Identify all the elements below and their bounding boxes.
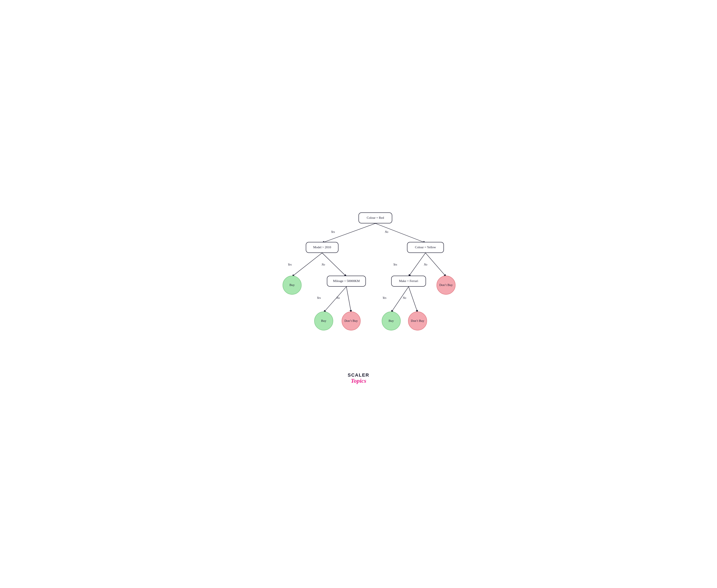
svg-line-2	[292, 253, 322, 276]
edge-label-left1-buy1: Yes	[288, 263, 292, 266]
edge-label-ferrari-dontbuy3: No	[403, 296, 406, 300]
decision-tree: YesNoYesNoYesNoYesNoYesNoColour = RedMod…	[264, 200, 453, 364]
edge-label-right1-ferrari: Yes	[393, 263, 397, 266]
svg-line-7	[347, 287, 351, 312]
node-ferrari: Make = Ferrari	[391, 276, 426, 287]
svg-line-5	[426, 253, 446, 276]
brand-logo: SCALER Topics	[348, 373, 369, 384]
svg-line-0	[322, 224, 375, 243]
svg-line-6	[324, 287, 347, 312]
edge-label-ferrari-buy3: Yes	[383, 296, 386, 300]
node-dontbuy2: Don’t Buy	[342, 312, 361, 331]
edge-label-left1-mid1: No	[322, 263, 325, 266]
node-buy2: Buy	[314, 312, 333, 331]
node-buy3: Buy	[382, 312, 401, 331]
edge-label-right1-dontbuy1: No	[424, 263, 427, 266]
node-root: Colour = Red	[358, 212, 392, 224]
node-dontbuy3: Don’t Buy	[408, 312, 427, 331]
edge-label-mid1-dontbuy2: No	[336, 296, 340, 300]
edge-label-root-left1: Yes	[331, 230, 335, 234]
node-right1: Colour = Yellow	[407, 242, 444, 253]
brand-topics-text: Topics	[348, 378, 369, 384]
svg-line-9	[409, 287, 418, 312]
node-left1: Model > 2010	[306, 242, 339, 253]
node-buy1: Buy	[283, 276, 302, 295]
svg-line-1	[375, 224, 426, 243]
svg-line-4	[409, 253, 426, 276]
brand-scaler-text: SCALER	[348, 373, 369, 378]
node-dontbuy1: Don’t Buy	[436, 276, 455, 295]
edge-label-mid1-buy2: Yes	[317, 296, 321, 300]
svg-line-3	[322, 253, 347, 276]
node-mid1: Mileage < 50000KM	[327, 276, 366, 287]
edge-label-root-right1: No	[385, 230, 388, 234]
